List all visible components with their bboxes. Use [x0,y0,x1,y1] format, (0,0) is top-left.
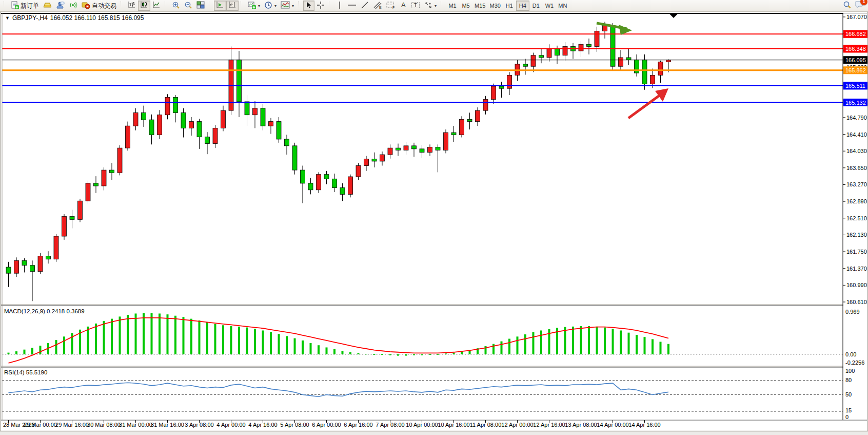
candle-body [292,146,297,170]
new-chart-button[interactable]: ▾ [246,1,262,11]
candle-body [30,266,35,272]
macd-histogram-bar [397,354,399,356]
macd-histogram-bar [55,340,57,354]
candle-body [324,175,329,179]
clock-icon [264,1,272,11]
level-price-label: 165.132 [843,99,868,106]
text-label-icon: T [411,1,420,11]
horizontal-line-button[interactable] [345,1,359,11]
signals-button[interactable] [67,1,80,11]
candle-body [38,256,43,272]
line-chart-type-button[interactable] [150,1,163,11]
candle-body [133,112,138,126]
macd-histogram-bar [190,319,192,354]
candle-body [117,148,122,173]
timeframe-D1[interactable]: D1 [529,1,543,11]
auto-scroll-button[interactable] [214,1,226,11]
macd-histogram-bar [445,353,447,354]
macd-histogram-bar [278,334,280,354]
price-tick-label: 160.990 [846,282,867,288]
timeframe-group: M1M5M15M30H1H4D1W1MN [446,1,569,11]
periods-button[interactable]: ▾ [262,1,279,11]
zoom-out-button[interactable] [182,1,194,11]
candle-body [420,149,424,153]
candlestick-type-button[interactable] [138,1,150,11]
zoom-in-button[interactable] [170,1,182,11]
candle-body [197,122,202,137]
shapes-button[interactable]: ▾ [422,1,439,11]
rsi-axis-label: 80 [845,377,852,383]
candle-body [261,108,265,126]
candle-body [595,31,599,46]
new-chart-icon [248,1,256,11]
macd-histogram-bar [222,325,224,354]
chevron-down-icon: ▾ [274,4,277,8]
chevron-down-icon: ▾ [435,4,437,8]
level-price-label: 165.511 [843,82,868,89]
chart-title-bar[interactable]: ▼ GBPJPY-,H4 166.052 166.110 165.815 166… [5,14,144,22]
time-tick-label: 10 Apr 16:00 [438,422,469,428]
macd-histogram-bar [103,321,105,354]
candle-body [149,120,154,135]
main-toolbar: 新订单 自动交易 [0,0,868,12]
text-button[interactable]: A [398,1,409,11]
zoom-in-icon [172,1,180,11]
candle-body [102,170,106,186]
candle-body [70,216,74,219]
text-label-button[interactable]: T [409,1,422,11]
timeframe-M15[interactable]: M15 [472,1,487,11]
macd-histogram-bar [596,327,598,354]
timeframe-H4[interactable]: H4 [516,1,529,11]
crosshair-button[interactable] [314,1,327,11]
candle-body [221,110,226,128]
timeframe-M30[interactable]: M30 [487,1,502,11]
notifications-button[interactable]: 1 [855,1,864,11]
auto-trading-button[interactable]: 自动交易 [80,1,119,11]
candle-body [213,128,218,144]
candle-body [626,58,631,60]
macd-histogram-bar [31,348,33,354]
timeframe-M1[interactable]: M1 [446,1,459,11]
search-icon[interactable] [843,1,852,11]
templates-button[interactable]: ▾ [279,1,296,11]
macd-histogram-bar [302,341,304,354]
crosshair-icon [317,1,325,11]
macd-histogram-bar [389,354,391,355]
price-label-text: 165.862 [845,67,866,73]
svg-text:A: A [401,1,406,9]
shapes-arrows-icon [424,1,432,11]
vertical-line-button[interactable] [334,1,345,11]
trendline-button[interactable] [359,1,371,11]
new-order-button[interactable]: 新订单 [9,1,41,11]
fibonacci-button[interactable]: E [371,1,384,11]
candle-body [619,58,623,66]
market-watch-button[interactable] [41,1,54,11]
cursor-button[interactable] [303,1,314,11]
svg-text:E: E [379,6,382,9]
time-tick-label: 6 Apr 16:00 [344,422,372,428]
macd-histogram-bar [644,337,646,354]
tile-windows-button[interactable] [194,1,207,11]
community-button[interactable] [54,1,67,11]
bar-chart-type-button[interactable] [126,1,138,11]
window-bottom-edge [0,430,868,435]
cursor-arrow-icon [305,1,312,11]
timeframe-H1[interactable]: H1 [503,1,516,11]
macd-histogram-bar [604,328,606,354]
candle-body [94,183,98,186]
timeframe-W1[interactable]: W1 [543,1,556,11]
macd-histogram-bar [246,328,248,354]
price-axis[interactable]: 167.070166.690166.310165.930165.550165.1… [843,13,868,420]
chevron-down-icon: ▾ [292,4,294,8]
chart-shift-button[interactable] [226,1,239,11]
timeframe-M5[interactable]: M5 [459,1,472,11]
grid-button[interactable]: F [384,1,398,11]
candle-body [6,267,11,273]
rsi-axis-label: 15 [845,407,852,413]
time-tick-label: 31 Mar 00:00 [119,422,152,428]
candle-body [126,126,130,148]
horizontal-line-icon [347,2,357,10]
macd-histogram-bar [628,333,630,354]
timeframe-MN[interactable]: MN [556,1,569,11]
auto-scroll-icon [216,1,224,10]
